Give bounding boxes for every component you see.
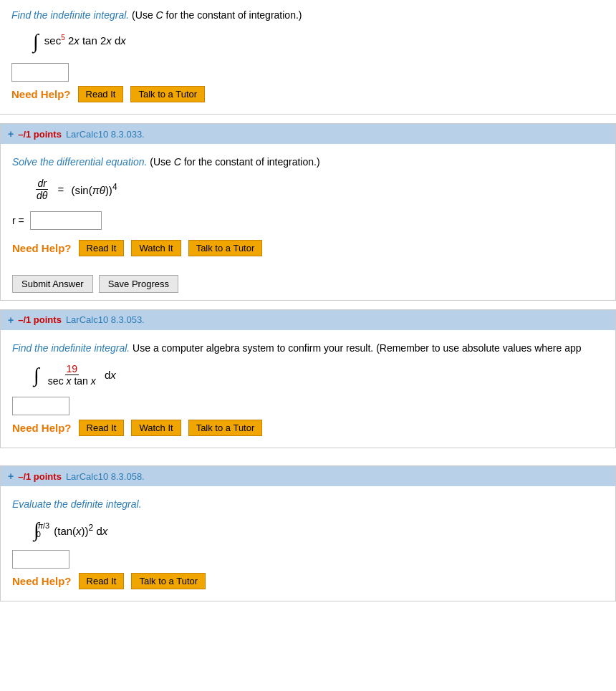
integral-symbol: ∫ [33,30,39,52]
fraction-dr-dtheta: dr dθ [35,178,49,201]
need-help-row-4: Need Help? Read It Talk to a Tutor [12,573,604,589]
bounds-labels: π/3 0 [37,521,50,538]
integrand-4: (tan(x))2 dx [54,523,107,537]
statement-rest: (Use C for the constant of integration.) [132,9,302,21]
problem-3-statement: Find the indefinite integral. Use a comp… [12,340,604,356]
read-it-button-3[interactable]: Read It [79,420,125,436]
statement-highlight-3: Find the indefinite integral. [12,342,130,354]
problem-4-body: Evaluate the definite integral. ∫ π/3 0 … [1,486,615,600]
problem-2: + –/1 points LarCalc10 8.3.033. Solve th… [0,123,616,300]
talk-to-tutor-button-2[interactable]: Talk to a Tutor [188,240,263,256]
answer-input-4[interactable] [12,550,69,569]
fraction-19-secxtanx: 19 sec x tan x [47,363,97,387]
r-equals-row: r = [12,211,604,230]
course-code-2: LarCalc10 8.3.033. [66,129,145,140]
need-help-label-4: Need Help? [12,575,72,587]
problem-2-body: Solve the differential equation. (Use C … [1,144,615,267]
answer-input-1[interactable] [11,63,69,82]
points-2: –/1 points [18,129,62,140]
watch-it-button-3[interactable]: Watch It [131,420,181,436]
read-it-button-2[interactable]: Read It [79,240,125,256]
statement-rest-3: Use a computer algebra system to confirm… [133,342,581,354]
r-label: r = [12,215,24,226]
problem-4: + –/1 points LarCalc10 8.3.058. Evaluate… [0,465,616,601]
points-4: –/1 points [18,471,62,482]
integral-symbol-3: ∫ [34,364,39,386]
need-help-label-3: Need Help? [12,422,72,434]
read-it-button-1[interactable]: Read It [78,86,124,102]
need-help-row-3: Need Help? Read It Watch It Talk to a Tu… [12,420,604,436]
plus-icon-4: + [8,470,14,482]
need-help-label-2: Need Help? [12,242,72,254]
talk-to-tutor-button-4[interactable]: Talk to a Tutor [131,573,206,589]
problem-3-header: + –/1 points LarCalc10 8.3.053. [1,310,615,330]
rhs-expression: (sin(πθ))4 [72,184,117,196]
statement-highlight: Find the indefinite integral. [11,9,129,21]
plus-icon-3: + [8,314,14,326]
plus-icon-2: + [8,128,14,140]
problem-4-header: + –/1 points LarCalc10 8.3.058. [1,466,615,486]
math-display-3: ∫ 19 sec x tan x dx [34,363,604,387]
answer-input-container-4 [12,550,604,569]
statement-highlight-4: Evaluate the definite integral. [12,498,142,510]
problem-2-header: + –/1 points LarCalc10 8.3.033. [1,124,615,144]
need-help-label-1: Need Help? [11,88,71,100]
answer-input-3[interactable] [12,397,69,415]
course-code-4: LarCalc10 8.3.058. [66,471,145,482]
talk-to-tutor-button-1[interactable]: Talk to a Tutor [130,86,205,102]
need-help-row-1: Need Help? Read It Talk to a Tutor [11,86,605,102]
divider-3 [0,448,616,465]
statement-highlight-2: Solve the differential equation. [12,156,147,168]
math-expression: sec5 2x tan 2x dx [44,34,126,47]
submit-answer-button-2[interactable]: Submit Answer [12,275,93,293]
problem-2-statement: Solve the differential equation. (Use C … [12,154,604,170]
equals-sign: = [58,183,64,195]
math-display-1: ∫ sec5 2x tan 2x dx [33,30,605,53]
talk-to-tutor-button-3[interactable]: Talk to a Tutor [188,420,263,436]
problem-4-statement: Evaluate the definite integral. [12,496,604,512]
need-help-row-2: Need Help? Read It Watch It Talk to a Tu… [12,240,604,256]
points-3: –/1 points [18,314,62,325]
read-it-button-4[interactable]: Read It [79,573,125,589]
problem-1: Find the indefinite integral. (Use C for… [0,0,616,115]
problem-3-body: Find the indefinite integral. Use a comp… [1,330,615,448]
problem-1-statement: Find the indefinite integral. (Use C for… [11,7,605,23]
answer-input-container-3 [12,397,604,415]
math-display-2: dr dθ = (sin(πθ))4 [34,178,604,201]
course-code-3: LarCalc10 8.3.053. [66,314,145,325]
dx-3: dx [105,369,116,381]
problem-3: + –/1 points LarCalc10 8.3.053. Find the… [0,309,616,448]
save-progress-button-2[interactable]: Save Progress [99,275,178,293]
submit-row-2: Submit Answer Save Progress [1,268,615,300]
answer-input-2[interactable] [30,211,102,230]
upper-bound: π/3 [38,521,50,530]
answer-input-container-1 [11,63,605,82]
problem-1-body: Find the indefinite integral. (Use C for… [0,0,616,114]
lower-bound: 0 [37,530,41,538]
divider-1 [0,115,616,123]
watch-it-button-2[interactable]: Watch It [131,240,181,256]
math-display-4: ∫ π/3 0 (tan(x))2 dx [34,520,604,540]
statement-rest-2: (Use C for the constant of integration.) [150,156,319,168]
divider-2 [0,301,616,309]
